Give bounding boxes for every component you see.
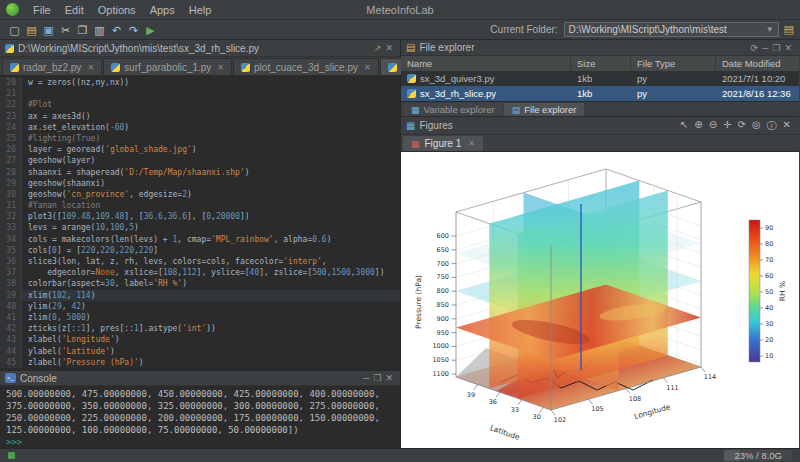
editor-tab[interactable]: plot_cuace_3d_slice.py✕ xyxy=(233,58,379,75)
code-line[interactable]: 23ax = axes3d() xyxy=(0,111,400,122)
code-line[interactable]: 42zticks(z[::1], pres[::1].astype('int')… xyxy=(0,323,400,334)
line-number: 45 xyxy=(0,357,22,368)
code-line[interactable]: 32plot3([109.48,109.48], [36.6,36.6], [0… xyxy=(0,211,400,222)
pressure-tick-label: 600 xyxy=(437,232,449,240)
code-line[interactable]: 28shaanxi = shaperead('D:/Temp/Map/shaan… xyxy=(0,167,400,178)
code-line[interactable]: 37 edgecolor=None, xslice=[108,112], ysl… xyxy=(0,267,400,278)
float-editor-icon[interactable]: ↗ xyxy=(372,43,384,53)
undo-icon[interactable]: ↶ xyxy=(108,22,125,38)
zoom-out-icon[interactable]: ⊖ xyxy=(706,119,720,133)
file-size-cell: 1kb xyxy=(571,71,631,86)
close-icon[interactable]: ✕ xyxy=(364,63,371,72)
file-name: sx_3d_rh_slice.py xyxy=(420,88,496,99)
code-line[interactable]: 40ylim(29, 42) xyxy=(0,301,400,312)
float-panel-icon[interactable]: ❐ xyxy=(371,373,383,383)
run-script-icon[interactable]: ▶ xyxy=(142,22,159,38)
code-line[interactable]: 45zlabel('Pressure (hPa)') xyxy=(0,357,400,368)
column-header-size[interactable]: Size xyxy=(571,56,631,71)
current-folder-path: D:\Working\MIScript\Jython\mis\test xyxy=(569,24,727,35)
code-line[interactable]: 29geoshow(shaanxi) xyxy=(0,178,400,189)
code-line[interactable]: 38colorbar(aspect=30, label='RH %') xyxy=(0,278,400,289)
redo-icon[interactable]: ↷ xyxy=(125,22,142,38)
console-prompt-line[interactable]: >>> xyxy=(6,436,394,448)
code-text: geoshow(layer) xyxy=(22,155,95,166)
code-line[interactable]: 20w = zeros((nz,ny,nx)) xyxy=(0,77,400,88)
latitude-tick-label: 30 xyxy=(533,413,541,421)
identify-icon[interactable]: ⓘ xyxy=(764,119,780,133)
menu-bar: FileEditOptionsAppsHelp MeteoInfoLab xyxy=(0,0,800,20)
menu-item-help[interactable]: Help xyxy=(182,2,219,18)
code-line[interactable]: 21 xyxy=(0,88,400,99)
zoom-in-icon[interactable]: ⊕ xyxy=(691,119,705,133)
figure-tab[interactable]: ▦ Figure 1 ✕ xyxy=(403,136,483,151)
close-icon[interactable]: ✕ xyxy=(87,63,94,72)
tab-file-explorer[interactable]: ▤File explorer xyxy=(504,103,585,116)
code-line[interactable]: 22#Plot xyxy=(0,99,400,110)
copy-icon[interactable]: ❐ xyxy=(74,22,91,38)
close-editor-icon[interactable]: ✕ xyxy=(383,43,395,53)
code-line[interactable]: 34cols = makecolors(len(levs) + 1, cmap=… xyxy=(0,234,400,245)
open-folder-icon[interactable]: ▤ xyxy=(23,22,40,38)
table-row[interactable]: sx_3d_rh_slice.py1kbpy2021/8/16 12:36 xyxy=(401,86,799,101)
code-line[interactable]: 27geoshow(layer) xyxy=(0,155,400,166)
code-line[interactable]: 44ylabel('Latitude') xyxy=(0,346,400,357)
code-line[interactable]: 33levs = arange(10,100,5) xyxy=(0,222,400,233)
tab-variable-explorer[interactable]: ▦Variable explorer xyxy=(403,103,503,116)
save-icon[interactable]: ▣ xyxy=(40,22,57,38)
menu-item-edit[interactable]: Edit xyxy=(58,2,91,18)
console-output[interactable]: 500.00000000, 475.00000000, 450.00000000… xyxy=(0,386,400,448)
code-text: #Plot xyxy=(22,99,52,110)
current-folder-select[interactable]: D:\Working\MIScript\Jython\mis\test ▼ xyxy=(564,22,779,37)
editor-tab[interactable]: surf_parabolic_1.py✕ xyxy=(103,58,232,75)
code-line[interactable]: 39xlim(102, 114) xyxy=(0,290,400,301)
code-line[interactable]: 41zlim(0, 5000) xyxy=(0,312,400,323)
editor-code[interactable]: 20w = zeros((nz,ny,nx))2122#Plot23ax = a… xyxy=(0,76,400,370)
python-file-icon xyxy=(388,63,397,72)
figure-canvas[interactable]: 908070605040302010 600650700750800850900… xyxy=(401,152,799,448)
code-text: ax = axes3d() xyxy=(22,111,91,122)
code-line[interactable]: 25#lighting(True) xyxy=(0,133,400,144)
browse-folder-icon[interactable]: ▤ xyxy=(784,23,794,36)
paste-icon[interactable]: ▥ xyxy=(91,22,108,38)
rotate-icon[interactable]: ⟳ xyxy=(734,119,748,133)
close-icon[interactable]: ✕ xyxy=(217,63,224,72)
chevron-down-icon[interactable]: ▼ xyxy=(766,25,774,34)
editor-tab[interactable]: radar_bz2.py✕ xyxy=(2,58,102,75)
code-text: levs = arange(10,100,5) xyxy=(22,222,139,233)
code-line[interactable]: 30geoshow('cn_province', edgesize=2) xyxy=(0,189,400,200)
float-panel-icon[interactable]: ❐ xyxy=(770,43,782,53)
figure-3d-plot: 908070605040302010 600650700750800850900… xyxy=(401,152,799,448)
full-extent-icon[interactable]: ◎ xyxy=(749,119,764,133)
close-panel-icon[interactable]: ✕ xyxy=(383,373,395,383)
column-header-file-type[interactable]: File Type xyxy=(631,56,716,71)
select-cursor-icon[interactable]: ↖ xyxy=(677,119,691,133)
cut-icon[interactable]: ✂ xyxy=(57,22,74,38)
minimize-panel-icon[interactable]: ─ xyxy=(760,43,770,53)
column-header-name[interactable]: Name xyxy=(401,56,571,71)
code-line[interactable]: 35cols[0] = [220,220,220,220] xyxy=(0,245,400,256)
refresh-icon[interactable]: ⟳ xyxy=(748,43,760,53)
code-text: #lighting(True) xyxy=(22,133,100,144)
file-name-cell: sx_3d_rh_slice.py xyxy=(401,86,571,101)
pan-icon[interactable]: ✛ xyxy=(720,119,734,133)
minimize-panel-icon[interactable]: ─ xyxy=(361,373,371,383)
code-line[interactable]: 36slice3(lon, lat, z, rh, levs, colors=c… xyxy=(0,256,400,267)
close-panel-icon[interactable]: ✕ xyxy=(782,43,794,53)
console-icon: >_ xyxy=(5,373,16,383)
new-file-icon[interactable]: ▢ xyxy=(6,22,23,38)
memory-indicator[interactable]: 23% / 8.0G xyxy=(724,450,792,461)
close-panel-icon[interactable]: ✕ xyxy=(780,119,794,133)
menu-item-apps[interactable]: Apps xyxy=(143,2,182,18)
code-line[interactable]: 26layer = georead('global_shade.jpg') xyxy=(0,144,400,155)
close-icon[interactable]: ✕ xyxy=(468,139,475,148)
menu-item-options[interactable]: Options xyxy=(91,2,143,18)
line-number: 32 xyxy=(0,211,22,222)
code-line[interactable]: 31#Yanan location xyxy=(0,200,400,211)
table-row[interactable]: sx_3d_quiver3.py1kbpy2021/7/1 10:20 xyxy=(401,71,799,86)
menu-item-file[interactable]: File xyxy=(26,2,58,18)
file-type-cell: py xyxy=(631,86,716,101)
column-header-date-modified[interactable]: Date Modified xyxy=(716,56,799,71)
latitude-tick-label: 36 xyxy=(489,398,497,406)
code-line[interactable]: 43xlabel('Longitude') xyxy=(0,334,400,345)
code-line[interactable]: 24ax.set_elevation(-60) xyxy=(0,122,400,133)
